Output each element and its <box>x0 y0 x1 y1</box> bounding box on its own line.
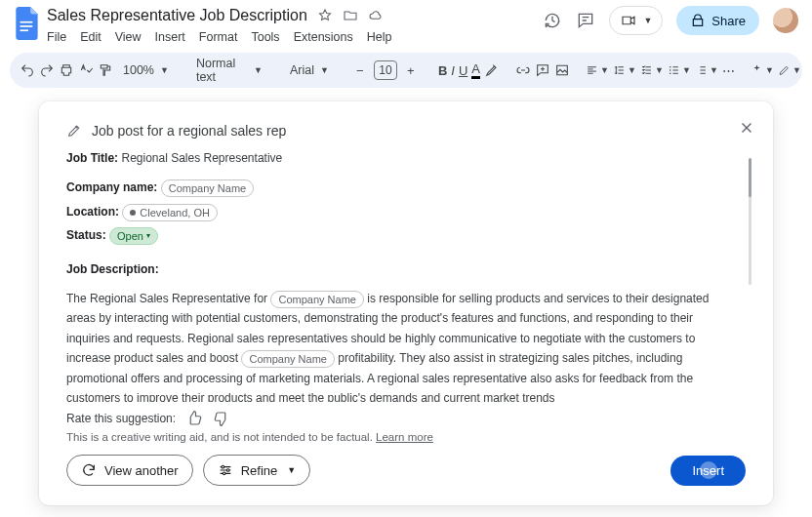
svg-point-6 <box>222 465 224 468</box>
refine-button[interactable]: Refine ▼ <box>203 455 311 486</box>
svg-point-7 <box>226 469 229 472</box>
highlight-button[interactable] <box>484 59 500 82</box>
doc-title[interactable]: Sales Representative Job Description <box>47 7 307 24</box>
ai-generated-content: Job Title: Regional Sales Representative… <box>66 148 746 402</box>
rate-label: Rate this suggestion: <box>66 412 176 425</box>
spellcheck-button[interactable] <box>78 59 94 82</box>
share-button[interactable]: Share <box>676 6 759 35</box>
cloud-icon[interactable] <box>368 8 384 23</box>
more-button[interactable]: ⋯ <box>722 59 735 82</box>
view-another-button[interactable]: View another <box>66 455 193 486</box>
menu-edit[interactable]: Edit <box>80 30 102 44</box>
bulletlist-button[interactable]: ▼ <box>668 59 691 82</box>
chevron-down-icon: ▼ <box>287 465 296 475</box>
menu-format[interactable]: Format <box>199 30 238 44</box>
align-button[interactable]: ▼ <box>586 59 609 82</box>
fontsize-increase[interactable]: + <box>399 59 423 82</box>
pencil-icon <box>66 123 82 139</box>
refresh-icon <box>81 462 97 478</box>
tune-icon <box>218 462 233 478</box>
menu-file[interactable]: File <box>47 30 66 44</box>
font-select[interactable]: Arial▼ <box>284 63 333 77</box>
scrollbar[interactable] <box>749 158 751 285</box>
star-icon[interactable] <box>317 8 333 23</box>
textcolor-button[interactable]: A <box>471 59 480 82</box>
editmode-button[interactable]: ▼ <box>778 59 801 82</box>
ai-tool-button[interactable]: ▼ <box>751 59 774 82</box>
redo-button[interactable] <box>39 59 55 82</box>
move-icon[interactable] <box>343 8 358 23</box>
learn-more-link[interactable]: Learn more <box>376 431 433 443</box>
underline-button[interactable]: U <box>459 59 467 82</box>
disclaimer-text: This is a creative writing aid, and is n… <box>66 431 746 443</box>
avatar[interactable] <box>773 8 798 33</box>
fontsize-value[interactable]: 10 <box>374 60 397 80</box>
menu-tools[interactable]: Tools <box>251 30 279 44</box>
share-label: Share <box>711 14 746 28</box>
svg-point-5 <box>670 72 671 74</box>
comment-icon[interactable] <box>576 11 595 30</box>
undo-button[interactable] <box>20 59 35 82</box>
company-chip-inline[interactable]: Company Name <box>270 291 363 308</box>
menu-help[interactable]: Help <box>367 30 392 44</box>
svg-point-8 <box>223 472 225 475</box>
numberlist-button[interactable]: ▼ <box>695 59 718 82</box>
company-chip-inline2[interactable]: Company Name <box>241 350 334 368</box>
linespacing-button[interactable]: ▼ <box>613 59 636 82</box>
company-chip[interactable]: Company Name <box>161 179 254 197</box>
meet-button[interactable]: ▼ <box>609 6 663 35</box>
svg-rect-1 <box>20 25 33 27</box>
status-chip[interactable]: Open▾ <box>109 227 158 245</box>
ai-prompt-title: Job post for a regional sales rep <box>92 123 286 139</box>
ai-suggestion-card: Job post for a regional sales rep Job Ti… <box>39 101 773 505</box>
paint-format-button[interactable] <box>98 59 113 82</box>
thumbs-up-icon[interactable] <box>185 410 203 427</box>
link-button[interactable] <box>515 59 531 82</box>
print-button[interactable] <box>59 59 74 82</box>
svg-rect-2 <box>20 29 29 31</box>
menu-extensions[interactable]: Extensions <box>294 30 353 44</box>
close-button[interactable] <box>738 119 755 137</box>
camera-icon <box>620 12 637 29</box>
menu-bar: File Edit View Insert Format Tools Exten… <box>47 27 543 47</box>
menu-view[interactable]: View <box>115 30 142 44</box>
bold-button[interactable]: B <box>438 59 447 82</box>
docs-logo[interactable] <box>14 6 41 41</box>
svg-point-4 <box>670 69 671 71</box>
style-select[interactable]: Normal text▼ <box>190 57 268 84</box>
location-chip[interactable]: Cleveland, OH <box>122 204 218 221</box>
toolbar: 100%▼ Normal text▼ Arial▼ − 10 + B I U A… <box>10 53 802 88</box>
zoom-select[interactable]: 100%▼ <box>117 63 175 77</box>
insert-button[interactable]: Insert <box>670 456 746 486</box>
chevron-down-icon: ▼ <box>643 16 652 25</box>
lock-icon <box>690 13 706 28</box>
italic-button[interactable]: I <box>451 59 455 82</box>
checklist-button[interactable]: ▼ <box>640 59 664 82</box>
thumbs-down-icon[interactable] <box>213 410 230 427</box>
svg-point-3 <box>670 66 671 68</box>
fontsize-control[interactable]: − 10 + <box>348 59 423 82</box>
addcomment-button[interactable] <box>535 59 550 82</box>
menu-insert[interactable]: Insert <box>155 30 185 44</box>
svg-rect-0 <box>20 21 33 23</box>
history-icon[interactable] <box>543 11 562 30</box>
image-button[interactable] <box>554 59 570 82</box>
fontsize-decrease[interactable]: − <box>348 59 372 82</box>
